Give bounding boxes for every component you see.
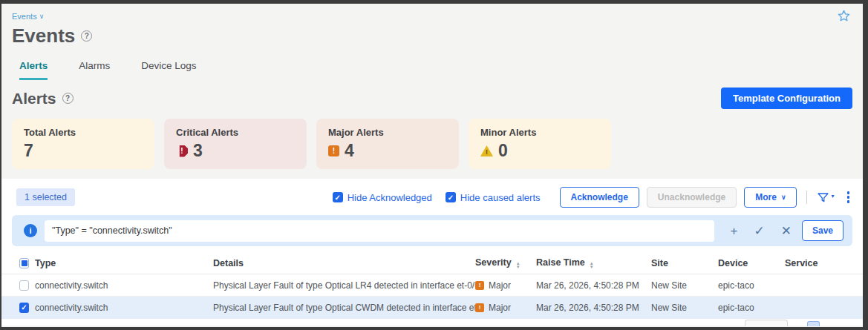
help-icon[interactable] <box>81 30 92 42</box>
rows-per-page-button[interactable] <box>745 320 788 326</box>
cell-site: New Site <box>651 280 718 291</box>
filter-bar: + ✓ ✕ Save <box>12 215 852 246</box>
cell-raise-time: Mar 26, 2026, 4:50:28 PM <box>536 303 651 313</box>
major-alerts-card[interactable]: Major Alerts 4 <box>316 119 459 169</box>
more-button[interactable]: More ∨ <box>744 187 797 208</box>
cell-site: New Site <box>651 303 718 313</box>
col-device[interactable]: Device <box>718 258 785 268</box>
col-raise-time-label: Raise Time <box>536 257 585 268</box>
row-checkbox[interactable] <box>19 303 29 313</box>
col-site[interactable]: Site <box>651 258 718 268</box>
toolbar-checkbox-group: Hide Acknowledged Hide caused alerts <box>333 192 541 203</box>
favorite-star-icon[interactable] <box>837 9 851 23</box>
page-title-text: Events <box>12 24 75 47</box>
page-number-button[interactable] <box>807 321 820 326</box>
hide-acknowledged-checkbox[interactable]: Hide Acknowledged <box>333 192 432 203</box>
caret-down-icon: ▾ <box>831 193 834 199</box>
col-severity[interactable]: Severity <box>475 257 536 269</box>
alerts-table-panel: 1 selected Hide Acknowledged Hide caused… <box>1 179 863 326</box>
checkbox-checked-icon <box>446 192 456 202</box>
chevron-down-icon: ∨ <box>781 194 786 201</box>
select-all-checkbox[interactable] <box>19 258 29 268</box>
window-frame: Events ∨ Events Alerts Alarms Device Log… <box>0 0 868 330</box>
info-icon[interactable] <box>24 224 37 237</box>
card-label: Minor Alerts <box>480 127 599 138</box>
total-alerts-card[interactable]: Total Alerts 7 <box>12 119 154 169</box>
help-icon[interactable] <box>62 93 74 104</box>
filter-funnel-icon[interactable]: ▾ <box>817 191 834 204</box>
events-page: Events ∨ Events Alerts Alarms Device Log… <box>1 4 863 327</box>
unacknowledge-button: Unacknowledge <box>647 187 737 208</box>
card-value: 7 <box>24 141 33 161</box>
card-value: 4 <box>345 141 354 161</box>
cell-raise-time: Mar 26, 2026, 4:50:28 PM <box>536 280 651 291</box>
tab-alarms[interactable]: Alarms <box>79 60 110 80</box>
acknowledge-button[interactable]: Acknowledge <box>560 187 639 208</box>
filter-query-input[interactable] <box>45 220 714 242</box>
kebab-menu-icon[interactable] <box>846 190 852 205</box>
cell-type: connectivity.switch <box>35 303 213 313</box>
breadcrumb[interactable]: Events ∨ <box>12 12 44 21</box>
severity-label: Major <box>489 303 511 313</box>
major-square-icon <box>475 303 484 312</box>
breadcrumb-label: Events <box>12 12 37 21</box>
cell-severity: Major <box>475 303 536 313</box>
col-service[interactable]: Service <box>785 258 863 268</box>
page-title: Events <box>12 24 863 47</box>
table-header-row: Type Details Severity Raise Time Site De… <box>1 252 863 274</box>
cell-type: connectivity.switch <box>35 280 213 291</box>
top-bar: Events ∨ <box>1 4 863 23</box>
card-label: Critical Alerts <box>176 127 295 138</box>
critical-alerts-card[interactable]: Critical Alerts 3 <box>164 119 307 169</box>
row-checkbox[interactable] <box>19 280 29 291</box>
cell-device: epic-taco <box>718 280 785 291</box>
tab-device-logs[interactable]: Device Logs <box>141 60 196 80</box>
filter-actions: + ✓ ✕ <box>731 225 792 237</box>
card-label: Major Alerts <box>328 127 447 138</box>
minor-triangle-icon <box>480 145 493 156</box>
card-value: 0 <box>498 141 508 161</box>
alerts-section-header: Alerts Template Configuration <box>12 88 852 109</box>
clear-filter-x-icon[interactable]: ✕ <box>781 225 792 237</box>
sort-icon[interactable] <box>590 262 594 269</box>
checkbox-label: Hide Acknowledged <box>347 192 432 203</box>
add-filter-icon[interactable]: + <box>731 225 738 237</box>
card-label: Total Alerts <box>24 127 143 138</box>
major-square-icon <box>328 145 339 156</box>
summary-cards: Total Alerts 7 Critical Alerts 3 Major A… <box>12 119 852 169</box>
sort-icon[interactable] <box>516 262 521 269</box>
cell-details: Physical Layer Fault of type Optical LR4… <box>213 280 475 291</box>
col-type[interactable]: Type <box>35 258 213 268</box>
major-square-icon <box>475 281 484 290</box>
hide-caused-alerts-checkbox[interactable]: Hide caused alerts <box>446 192 541 203</box>
alerts-section-title: Alerts <box>12 90 74 108</box>
minor-alerts-card[interactable]: Minor Alerts 0 <box>469 119 611 169</box>
more-button-label: More <box>755 192 777 202</box>
alerts-section-title-text: Alerts <box>12 90 56 108</box>
col-details[interactable]: Details <box>213 258 475 268</box>
alerts-table: Type Details Severity Raise Time Site De… <box>1 252 863 319</box>
tab-bar: Alerts Alarms Device Logs <box>19 60 863 80</box>
table-row[interactable]: connectivity.switch Physical Layer Fault… <box>1 297 863 319</box>
severity-label: Major <box>489 280 511 291</box>
card-value: 3 <box>193 141 203 161</box>
col-raise-time[interactable]: Raise Time <box>536 257 651 269</box>
chevron-down-icon: ∨ <box>39 13 45 20</box>
template-configuration-button[interactable]: Template Configuration <box>721 88 852 109</box>
table-row[interactable]: connectivity.switch Physical Layer Fault… <box>1 274 863 297</box>
checkbox-checked-icon <box>333 192 343 202</box>
checkbox-label: Hide caused alerts <box>460 192 541 203</box>
cell-device: epic-taco <box>718 303 785 313</box>
table-toolbar: 1 selected Hide Acknowledged Hide caused… <box>1 179 863 215</box>
pagination-cutoff <box>745 320 820 326</box>
toolbar-actions: Hide Acknowledged Hide caused alerts Ack… <box>333 187 851 208</box>
cell-severity: Major <box>475 280 536 291</box>
save-filter-button[interactable]: Save <box>802 220 843 241</box>
divider <box>806 191 807 204</box>
col-severity-label: Severity <box>475 257 512 268</box>
selected-count-badge: 1 selected <box>16 188 75 206</box>
cell-details: Physical Layer Fault of type Optical CWD… <box>213 303 475 313</box>
apply-filter-check-icon[interactable]: ✓ <box>754 225 764 237</box>
critical-octagon-icon <box>176 145 188 157</box>
tab-alerts[interactable]: Alerts <box>19 60 48 80</box>
